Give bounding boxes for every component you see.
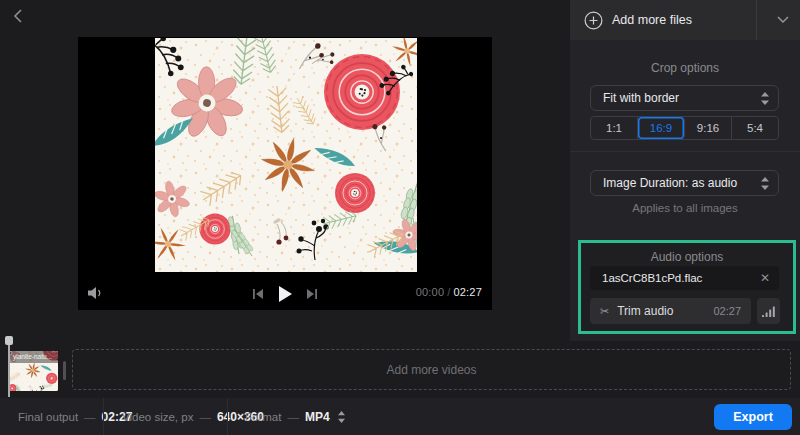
add-more-videos-label: Add more videos — [386, 363, 476, 377]
play-icon — [278, 286, 292, 302]
total-time: 02:27 — [453, 286, 482, 298]
trim-audio-button[interactable]: ✂ Trim audio 02:27 — [590, 298, 751, 324]
playhead-handle[interactable] — [5, 336, 13, 345]
aspect-ratio-group: 1:1 16:9 9:16 5:4 — [590, 116, 779, 140]
ratio-16-9-button[interactable]: 16:9 — [638, 117, 685, 139]
speaker-icon — [87, 286, 104, 300]
clip-filename: ylanite-natu... — [10, 351, 58, 363]
ratio-1-1-button[interactable]: 1:1 — [591, 117, 638, 139]
volume-button[interactable] — [86, 286, 104, 300]
duration-note: Applies to all images — [570, 202, 800, 214]
export-button[interactable]: Export — [714, 404, 792, 430]
video-size-label: Video size, px — [122, 411, 193, 423]
select-caret-icon — [761, 177, 769, 190]
volume-bars-icon — [762, 306, 775, 317]
crop-mode-value: Fit with border — [603, 91, 761, 105]
next-frame-button[interactable] — [306, 288, 317, 300]
right-sidebar: Add more files Crop options Fit with bor… — [570, 0, 800, 341]
ratio-5-4-button[interactable]: 5:4 — [732, 117, 778, 139]
plus-circle-icon — [584, 11, 603, 30]
ratio-9-16-button[interactable]: 9:16 — [685, 117, 732, 139]
playback-time: 00:00/02:27 — [416, 286, 482, 298]
footer-bar: Final output — 02:27 Video size, px — 64… — [0, 398, 800, 435]
final-output-label: Final output — [18, 411, 78, 423]
trim-audio-label: Trim audio — [617, 304, 713, 318]
add-more-files-label: Add more files — [612, 13, 692, 27]
collapse-panel-button[interactable] — [766, 0, 800, 40]
trim-audio-duration: 02:27 — [713, 305, 741, 317]
remove-audio-button[interactable]: ✕ — [760, 272, 770, 284]
video-size-group: Video size, px — 640×360 — [122, 398, 264, 435]
crop-options-title: Crop options — [570, 61, 800, 75]
image-duration-select[interactable]: Image Duration: as audio — [590, 170, 779, 196]
header-divider — [756, 0, 757, 40]
section-divider — [570, 151, 800, 152]
image-duration-value: Image Duration: as audio — [603, 176, 761, 190]
audio-options-panel: Audio options 1asCrC8B1cPd.flac ✕ ✂ Trim… — [578, 240, 796, 334]
preview-image — [155, 38, 417, 272]
transport-controls — [253, 286, 317, 302]
video-preview: 00:00/02:27 — [78, 37, 492, 310]
current-time: 00:00 — [416, 286, 445, 298]
video-editor-app: 00:00/02:27 Add more files Crop options … — [0, 0, 800, 435]
clip-gap-handle[interactable] — [63, 361, 66, 380]
format-group: Format — MP4 — [245, 398, 345, 435]
select-caret-icon — [761, 92, 769, 105]
back-button[interactable] — [6, 4, 30, 28]
chevron-down-icon — [777, 16, 789, 24]
add-more-videos-dropzone[interactable]: Add more videos — [72, 349, 791, 390]
audio-file-row: 1asCrC8B1cPd.flac ✕ — [590, 266, 779, 290]
format-value: MP4 — [305, 410, 330, 424]
crop-mode-select[interactable]: Fit with border — [590, 85, 779, 111]
add-more-files-button[interactable]: Add more files — [570, 0, 800, 40]
footer-divider — [227, 398, 228, 435]
footer-divider — [103, 398, 104, 435]
scissors-icon: ✂ — [600, 305, 609, 318]
select-caret-icon — [338, 411, 345, 423]
chevron-left-icon — [12, 8, 24, 24]
audio-options-title: Audio options — [581, 250, 793, 264]
final-output-group: Final output — 02:27 — [18, 398, 132, 435]
timeline-clip[interactable]: ylanite-natu... — [10, 351, 58, 391]
audio-file-name: 1asCrC8B1cPd.flac — [602, 272, 760, 284]
audio-volume-button[interactable] — [757, 298, 780, 324]
play-button[interactable] — [278, 286, 292, 302]
format-select[interactable] — [338, 411, 345, 423]
prev-frame-button[interactable] — [253, 288, 264, 300]
skip-back-icon — [253, 288, 264, 300]
skip-forward-icon — [306, 288, 317, 300]
format-label: Format — [245, 411, 281, 423]
